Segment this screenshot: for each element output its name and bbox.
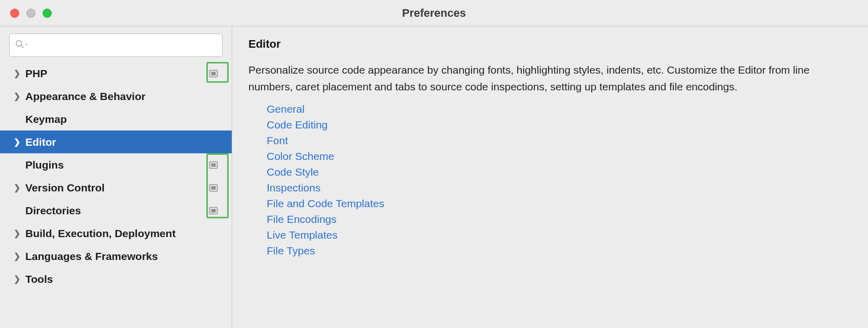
expand-chevron-icon[interactable]: ❯ <box>11 137 22 147</box>
svg-rect-3 <box>211 72 216 75</box>
expand-chevron-icon[interactable]: ❯ <box>11 274 22 284</box>
content-pane: Editor Personalize source code appearanc… <box>232 26 868 328</box>
search-field[interactable] <box>9 34 223 57</box>
sidebar-item-label: Directories <box>25 205 202 217</box>
sidebar-item-label: Build, Execution, Deployment <box>25 227 202 240</box>
project-level-settings-icon <box>208 183 219 192</box>
expand-chevron-icon[interactable]: ❯ <box>11 183 22 192</box>
expand-chevron-icon[interactable]: ❯ <box>11 69 22 78</box>
sidebar-item-plugins[interactable]: Plugins <box>0 153 232 176</box>
search-input[interactable] <box>32 39 217 52</box>
expand-chevron-icon[interactable]: ❯ <box>11 91 22 101</box>
svg-rect-9 <box>211 209 216 212</box>
svg-rect-7 <box>211 186 216 189</box>
zoom-window-button[interactable] <box>43 9 52 18</box>
sidebar-item-label: Keymap <box>25 113 202 125</box>
project-level-settings-icon <box>208 206 219 215</box>
subpage-link-file-encodings[interactable]: File Encodings <box>267 213 852 225</box>
sidebar-item-label: Tools <box>25 273 202 285</box>
sidebar-item-label: Version Control <box>25 182 202 194</box>
subpage-link-general[interactable]: General <box>267 103 852 115</box>
subpage-link-file-and-code-templates[interactable]: File and Code Templates <box>267 198 852 210</box>
expand-chevron-icon[interactable]: ❯ <box>11 251 22 261</box>
sidebar-item-label: Appearance & Behavior <box>25 90 202 103</box>
project-level-settings-icon <box>208 69 219 78</box>
window-title: Preferences <box>0 7 868 20</box>
subpage-link-file-types[interactable]: File Types <box>267 245 852 257</box>
sidebar-item-label: Editor <box>25 136 202 148</box>
sidebar-item-tools[interactable]: ❯Tools <box>0 268 232 290</box>
sidebar: ❯PHP❯Appearance & BehaviorKeymap❯EditorP… <box>0 26 232 328</box>
sidebar-item-label: Languages & Frameworks <box>25 250 202 263</box>
close-window-button[interactable] <box>10 9 19 18</box>
subpage-link-code-style[interactable]: Code Style <box>267 166 852 178</box>
sidebar-item-keymap[interactable]: Keymap <box>0 108 232 130</box>
minimize-window-button[interactable] <box>26 9 35 18</box>
sidebar-item-label: Plugins <box>25 159 202 171</box>
subpage-link-font[interactable]: Font <box>267 135 852 147</box>
window-controls <box>10 9 52 18</box>
svg-point-0 <box>16 41 22 46</box>
sidebar-item-build-execution-deployment[interactable]: ❯Build, Execution, Deployment <box>0 222 232 245</box>
sidebar-item-languages-frameworks[interactable]: ❯Languages & Frameworks <box>0 245 232 268</box>
expand-chevron-icon[interactable]: ❯ <box>11 228 22 238</box>
sidebar-item-directories[interactable]: Directories <box>0 199 232 222</box>
titlebar: Preferences <box>0 0 868 26</box>
project-level-settings-icon <box>208 160 219 170</box>
page-description: Personalize source code appearance by ch… <box>248 62 852 95</box>
sidebar-item-version-control[interactable]: ❯Version Control <box>0 176 232 199</box>
settings-tree: ❯PHP❯Appearance & BehaviorKeymap❯EditorP… <box>0 62 232 328</box>
subpage-link-live-templates[interactable]: Live Templates <box>267 229 852 241</box>
subpage-links: GeneralCode EditingFontColor SchemeCode … <box>267 103 852 257</box>
sidebar-item-appearance-behavior[interactable]: ❯Appearance & Behavior <box>0 85 232 108</box>
subpage-link-code-editing[interactable]: Code Editing <box>267 119 852 131</box>
sidebar-item-php[interactable]: ❯PHP <box>0 62 232 85</box>
sidebar-item-label: PHP <box>25 68 202 80</box>
subpage-link-color-scheme[interactable]: Color Scheme <box>267 150 852 162</box>
page-title: Editor <box>248 38 852 51</box>
svg-rect-5 <box>211 163 216 167</box>
subpage-link-inspections[interactable]: Inspections <box>267 182 852 194</box>
sidebar-item-editor[interactable]: ❯Editor <box>0 130 232 153</box>
